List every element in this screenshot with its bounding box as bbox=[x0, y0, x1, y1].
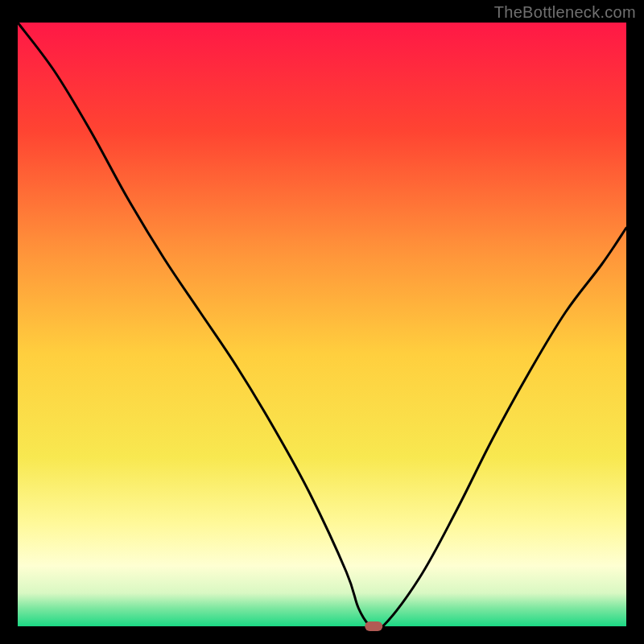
chart-plot-area bbox=[18, 23, 626, 626]
watermark-text: TheBottleneck.com bbox=[494, 3, 636, 22]
optimum-marker bbox=[365, 621, 382, 631]
bottleneck-chart: TheBottleneck.com bbox=[0, 0, 644, 644]
chart-svg bbox=[0, 0, 644, 644]
